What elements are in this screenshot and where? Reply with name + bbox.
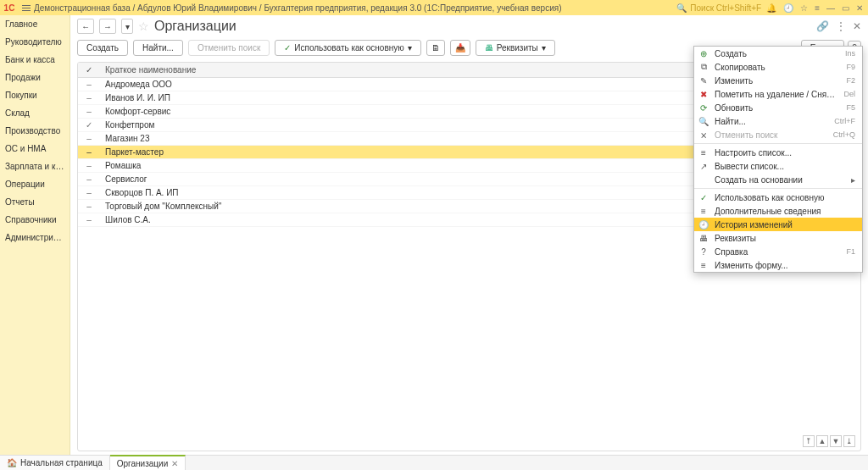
menu-icon: ✎ [698,76,709,86]
sidebar-item-9[interactable]: Операции [0,175,70,193]
tab-close-icon[interactable]: ✕ [171,459,178,468]
menu-item-3[interactable]: ✖Пометить на удаление / Снять пометкуDel [694,87,862,101]
sidebar-item-7[interactable]: ОС и НМА [0,140,70,158]
star-icon[interactable]: ☆ [800,3,808,13]
doc-icon-button[interactable]: 🗎 [426,40,445,56]
menu-item-5[interactable]: 🔍Найти...Ctrl+F [694,114,862,128]
menu-icon: ≡ [698,148,709,158]
sidebar-item-11[interactable]: Справочники [0,211,70,229]
menu-icon: ⟳ [698,103,709,113]
row-mark-icon: – [78,161,100,170]
menu-label: Скопировать [715,63,841,72]
menu-hotkey: Ctrl+F [834,117,855,125]
create-button[interactable]: Создать [77,40,128,56]
nav-first-icon[interactable]: ⤒ [803,435,815,447]
menu-item-15[interactable]: 🖶Реквизиты [694,231,862,245]
menu-icon: 🔍 [698,117,709,126]
row-mark-icon: – [78,80,100,89]
sidebar-item-3[interactable]: Продажи [0,69,70,86]
menu-item-14[interactable]: 🕘История изменений [694,218,862,231]
tab-label: Организации [117,459,168,468]
menu-item-16[interactable]: ?СправкаF1 [694,245,862,258]
menu-hotkey: Ins [845,49,855,58]
row-mark-icon: – [78,93,100,102]
menu-icon: ⧉ [698,62,709,72]
sidebar-item-6[interactable]: Производство [0,122,70,140]
sidebar-item-4[interactable]: Покупки [0,86,70,104]
sidebar-item-2[interactable]: Банк и касса [0,51,70,69]
tab-0[interactable]: 🏠Начальная страница [0,456,110,470]
menu-label: Изменить форму... [715,261,855,270]
menu-icon: ⊕ [698,49,709,58]
window-controls: 🔔 🕘 ☆ ≡ — ▭ ✕ [761,3,868,13]
menu-hotkey: Del [843,90,855,98]
menu-item-6: ⨯Отменить поискCtrl+Q [694,128,862,141]
link-icon[interactable]: 🔗 [816,20,829,32]
sidebar-item-10[interactable]: Отчеты [0,193,70,211]
menu-item-0[interactable]: ⊕СоздатьIns [694,47,862,60]
menu-icon: ≡ [698,261,709,270]
menu-item-9[interactable]: ↗Вывести список... [694,159,862,173]
minimize-icon[interactable]: — [826,3,835,13]
maximize-icon[interactable]: ▭ [842,3,849,13]
menu-icon: ↗ [698,162,709,171]
menu-label: Дополнительные сведения [715,207,855,216]
home-icon: 🏠 [7,458,17,467]
menu-icon: ≡ [698,207,709,216]
use-as-main-button[interactable]: Использовать как основную▾ [275,40,420,56]
row-mark-icon: – [78,215,100,224]
menu-icon: ? [698,247,709,257]
sidebar-item-12[interactable]: Администрирование [0,229,70,246]
menu-icon: 🕘 [698,220,709,229]
global-search[interactable]: 🔍 Поиск Ctrl+Shift+F [676,3,761,13]
tab-1[interactable]: Организации✕ [110,455,186,470]
menu-item-4[interactable]: ⟳ОбновитьF5 [694,101,862,114]
row-mark-icon: – [78,107,100,116]
chevron-down-icon: ▾ [542,43,546,53]
search-icon: 🔍 [676,3,687,13]
menu-label: Создать на основании [715,175,846,185]
find-button[interactable]: Найти... [133,40,183,56]
sidebar-item-8[interactable]: Зарплата и кадры [0,158,70,175]
page-close-icon[interactable]: ✕ [853,20,861,32]
requisites-button[interactable]: 🖶Реквизиты▾ [476,40,555,56]
menu-item-13[interactable]: ≡Дополнительные сведения [694,204,862,218]
print-icon: 🖶 [485,43,493,53]
nav-up-icon[interactable]: ▲ [816,435,828,447]
settings-icon[interactable]: ≡ [815,3,820,13]
row-mark-icon: – [78,134,100,143]
nav-last-icon[interactable]: ⤓ [843,435,855,447]
menu-item-8[interactable]: ≡Настроить список... [694,146,862,159]
menu-hotkey: F2 [846,76,855,85]
menu-item-1[interactable]: ⧉СкопироватьF9 [694,60,862,74]
page-more-icon[interactable]: ⋮ [836,20,846,32]
menu-label: Вывести список... [715,162,855,171]
context-menu: ⊕СоздатьIns⧉СкопироватьF9✎ИзменитьF2✖Пом… [693,46,863,273]
menu-label: Создать [715,49,840,58]
sidebar-item-5[interactable]: Склад [0,104,70,122]
titlebar: 1С Демонстрационная база / Абдулов Юрий … [0,0,868,15]
table-nav: ⤒ ▲ ▼ ⤓ [803,435,855,447]
nav-forward-button[interactable]: → [99,19,116,34]
nav-dropdown-button[interactable]: ▾ [121,19,133,34]
inbox-icon-button[interactable]: 📥 [450,40,470,56]
favorite-icon[interactable]: ☆ [138,19,149,33]
menu-icon[interactable] [19,5,34,11]
menu-label: Пометить на удаление / Снять пометку [715,90,838,99]
sidebar-item-0[interactable]: Главное [0,15,70,33]
history-icon[interactable]: 🕘 [783,3,793,13]
sidebar-item-1[interactable]: Руководителю [0,33,70,51]
menu-item-12[interactable]: ✓Использовать как основную [694,191,862,204]
menu-item-2[interactable]: ✎ИзменитьF2 [694,74,862,87]
nav-back-button[interactable]: ← [77,19,94,34]
close-icon[interactable]: ✕ [856,3,863,13]
page-header: ← → ▾ ☆ Организации 🔗 ⋮ ✕ [70,15,868,37]
bell-icon[interactable]: 🔔 [766,3,776,13]
menu-item-10[interactable]: Создать на основании▸ [694,173,862,186]
nav-down-icon[interactable]: ▼ [830,435,842,447]
menu-label: Настроить список... [715,148,855,158]
menu-item-17[interactable]: ≡Изменить форму... [694,258,862,272]
menu-label: Изменить [715,76,841,86]
col-check[interactable]: ✓ [78,65,100,75]
breadcrumb: Демонстрационная база / Абдулов Юрий Вла… [34,3,561,13]
